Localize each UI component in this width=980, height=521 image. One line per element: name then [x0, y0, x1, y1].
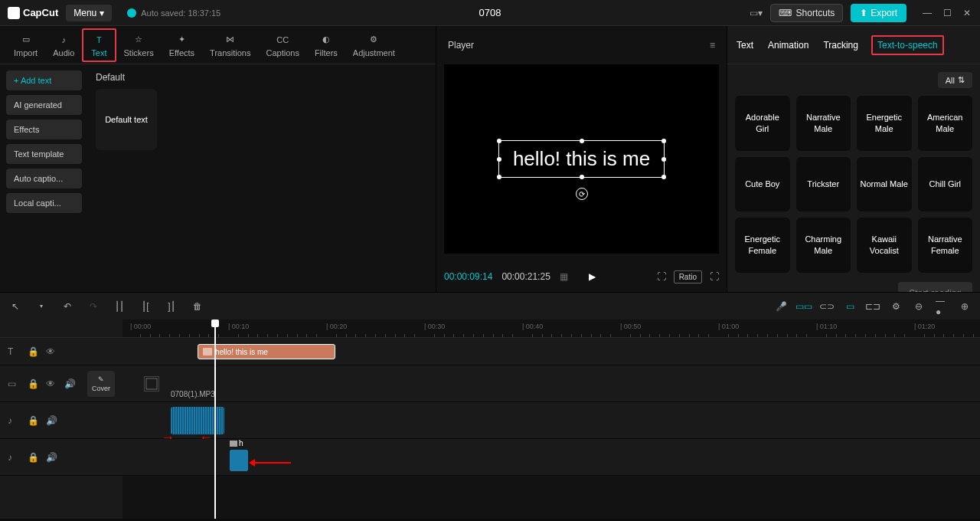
link-mode-icon[interactable]: ⊂⊃ [821, 300, 833, 313]
play-button[interactable]: ▶ [589, 271, 596, 282]
delete-button[interactable]: 🗑 [191, 300, 204, 313]
zoom-out-icon[interactable]: ⊖ [913, 300, 925, 313]
player-menu-icon[interactable]: ≡ [710, 40, 715, 51]
crop-icon[interactable]: ⛶ [657, 271, 666, 282]
top-tab-text[interactable]: TText [82, 28, 116, 62]
voice-card[interactable]: Chill Girl [918, 157, 973, 212]
split-left-tool[interactable]: ⎮[ [139, 300, 152, 313]
zoom-in-icon[interactable]: ⊕ [959, 300, 971, 313]
text-overlay[interactable]: hello! this is me ⟳ [498, 140, 665, 178]
rotate-handle[interactable]: ⟳ [576, 188, 588, 200]
pointer-tool[interactable]: ↖ [9, 300, 21, 313]
voice-card[interactable]: Narrative Female [918, 218, 973, 273]
video-track[interactable] [122, 365, 980, 402]
voice-card[interactable]: Energetic Female [735, 218, 790, 273]
top-tab-transitions[interactable]: ⋈Transitions [202, 30, 258, 61]
lock-icon[interactable]: 🔒 [28, 346, 38, 357]
lock-icon[interactable]: 🔒 [28, 378, 38, 389]
undo-button[interactable]: ↶ [61, 300, 74, 313]
sidebar-item[interactable]: AI generated [6, 95, 82, 115]
top-tab-adjustment[interactable]: ⚙Adjustment [345, 30, 403, 61]
redo-button[interactable]: ↷ [87, 300, 100, 313]
resize-handle-bl[interactable] [497, 175, 501, 179]
lock-icon[interactable]: 🔒 [28, 415, 38, 426]
sidebar-item[interactable]: Auto captio... [6, 169, 82, 188]
filter-all-button[interactable]: All ⇅ [938, 72, 972, 88]
voice-card[interactable]: Adorable Girl [735, 96, 790, 151]
resize-handle-tm[interactable] [580, 139, 584, 143]
voice-card[interactable]: Normal Male [857, 157, 912, 212]
sidebar-item[interactable]: Add text [6, 70, 82, 90]
visibility-icon[interactable]: 👁 [46, 346, 57, 357]
right-tab-text[interactable]: Text [735, 37, 755, 54]
settings-icon[interactable]: ⚙ [890, 300, 902, 313]
top-tab-effects[interactable]: ✦Effects [162, 30, 202, 61]
top-tab-import[interactable]: ▭Import [6, 30, 45, 61]
resize-handle-rm[interactable] [662, 157, 666, 162]
voice-card[interactable]: Energetic Male [857, 96, 912, 151]
visibility-icon[interactable]: 👁 [46, 378, 57, 389]
resize-handle-br[interactable] [662, 175, 666, 179]
voice-card[interactable]: Narrative Male [796, 96, 851, 151]
lock-icon[interactable]: 🔒 [28, 452, 38, 463]
sidebar-item[interactable]: Local capti... [6, 193, 82, 213]
playhead[interactable] [214, 319, 216, 519]
sidebar-item[interactable]: Text template [6, 144, 82, 164]
resize-handle-bm[interactable] [580, 175, 584, 179]
pointer-dropdown-icon[interactable]: ▾ [35, 300, 47, 313]
resize-handle-tl[interactable] [497, 139, 501, 143]
close-button[interactable]: ✕ [962, 8, 972, 18]
project-name[interactable]: 0708 [479, 7, 501, 18]
shortcuts-button[interactable]: ⌨ Shortcuts [770, 4, 844, 22]
resize-handle-tr[interactable] [662, 139, 666, 143]
audio-clip[interactable] [171, 407, 224, 434]
top-tab-stickers[interactable]: ☆Stickers [116, 30, 162, 61]
ratio-button[interactable]: Ratio [674, 270, 702, 283]
columns-icon[interactable]: ▦ [560, 271, 568, 282]
right-tab-tracking[interactable]: Tracking [822, 37, 860, 54]
sidebar-item[interactable]: Effects [6, 120, 82, 139]
right-tab-animation[interactable]: Animation [766, 37, 810, 54]
start-reading-button[interactable]: Start reading [898, 282, 972, 293]
zoom-slider[interactable]: —● [936, 300, 948, 313]
titlebar-right: ▭▾ ⌨ Shortcuts ⬆ Export — ☐ ✕ [750, 4, 972, 22]
left-sidebar: Add textAI generatedEffectsText template… [0, 64, 88, 292]
maximize-button[interactable]: ☐ [942, 8, 952, 18]
magnet-mode-icon[interactable]: ▭▭ [798, 300, 810, 313]
video-placeholder[interactable] [144, 376, 159, 392]
audio-track[interactable]: 0708(1).MP3 → ← [122, 402, 980, 439]
layout-icon[interactable]: ▭▾ [750, 8, 763, 18]
text-track[interactable]: hello! this is me [122, 338, 980, 365]
mic-icon[interactable]: 🎤 [775, 300, 787, 313]
tts-clip[interactable] [230, 450, 248, 471]
voice-card[interactable]: Charming Male [796, 218, 851, 273]
export-button[interactable]: ⬆ Export [851, 4, 906, 22]
voice-card[interactable]: Trickster [796, 157, 851, 212]
cover-button[interactable]: ✎ Cover [87, 371, 115, 397]
time-current: 00:00:09:14 [444, 271, 492, 282]
top-tab-captions[interactable]: CCCaptions [258, 30, 306, 61]
minimize-button[interactable]: — [922, 8, 933, 18]
mute-icon[interactable]: 🔊 [64, 378, 75, 389]
tracks-area[interactable]: | 00:00| 00:10| 00:20| 00:30| 00:40| 00:… [122, 319, 980, 519]
text-clip[interactable]: hello! this is me [198, 344, 335, 359]
mute-icon[interactable]: 🔊 [46, 452, 57, 463]
time-ruler[interactable]: | 00:00| 00:10| 00:20| 00:30| 00:40| 00:… [122, 319, 980, 338]
voice-card[interactable]: Kawaii Vocalist [857, 218, 912, 273]
split-right-tool[interactable]: ]⎮ [165, 300, 178, 313]
top-tab-audio[interactable]: ♪Audio [45, 30, 82, 61]
right-tab-text-to-speech[interactable]: Text-to-speech [871, 35, 944, 55]
split-tool[interactable]: ⎮⎮ [113, 300, 126, 313]
voice-card[interactable]: American Male [918, 96, 973, 151]
top-tab-filters[interactable]: ◐Filters [307, 30, 345, 61]
tts-track[interactable]: h [122, 439, 980, 476]
default-text-preset[interactable]: Default text [96, 89, 157, 150]
menu-button[interactable]: Menu ▾ [66, 5, 112, 21]
preview-mode-icon[interactable]: ▭ [844, 300, 856, 313]
resize-handle-lm[interactable] [497, 157, 501, 162]
fullscreen-icon[interactable]: ⛶ [710, 271, 719, 282]
mute-icon[interactable]: 🔊 [46, 415, 57, 426]
voice-card[interactable]: Cute Boy [735, 157, 790, 212]
preview-canvas[interactable]: hello! this is me ⟳ [444, 64, 719, 254]
align-icon[interactable]: ⊏⊐ [867, 300, 879, 313]
